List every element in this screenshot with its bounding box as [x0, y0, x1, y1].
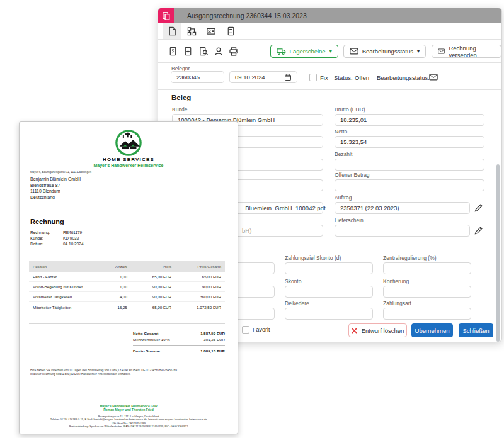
- zahlungsziel-skonto-label: Zahlungsziel Skonto (d): [285, 255, 341, 261]
- rechnung-versenden-label: Rechnung versenden: [449, 45, 495, 59]
- meta-rechnung-value: RE461179: [63, 230, 82, 235]
- tab-bar: [158, 23, 501, 40]
- netto-gesamt-label: Netto Gesamt: [133, 330, 158, 337]
- delkedere-input[interactable]: [285, 308, 373, 320]
- invoice-preview-document[interactable]: HOME SERVICES Mayer's Handwerker Heimser…: [19, 121, 238, 434]
- document-currency-button[interactable]: [166, 45, 181, 59]
- edit-lieferschein-pencil-icon[interactable]: [474, 225, 484, 235]
- auftrag-value: 2350371 (22.03.2023): [340, 205, 399, 211]
- zahlungsziel-skonto-input[interactable]: [285, 262, 373, 274]
- brutto-value: 18.235,01: [340, 116, 367, 123]
- status-value: Offen: [355, 74, 369, 81]
- bearbeitungsstatus-button[interactable]: Bearbeitungsstatus ▾: [343, 45, 426, 58]
- bezahlt-input[interactable]: [335, 159, 484, 171]
- table-row: Vorarbeiter Tätigkeiten 4,00 90,00 EUR 3…: [29, 292, 225, 302]
- close-label: Schließen: [462, 327, 489, 334]
- chevron-down-icon: ▾: [329, 49, 332, 54]
- delete-draft-label: Entwurf löschen: [362, 327, 404, 334]
- belegnr-value: 2360345: [176, 74, 200, 81]
- bezahlt-label: Bezahlt: [335, 151, 352, 157]
- person-icon: [214, 47, 224, 57]
- col-preis: Preis: [127, 264, 171, 269]
- table-bottom-rule: [29, 323, 225, 324]
- tab-invoice-doc[interactable]: [222, 23, 239, 39]
- page: Ausgangsrechnung 2360344 15.03.2023: [0, 0, 504, 438]
- contact-card-icon: [206, 26, 216, 36]
- date-input[interactable]: 09.10.2024: [229, 71, 297, 83]
- favorit-checkbox[interactable]: [242, 326, 249, 334]
- chevron-down-icon: ▾: [417, 49, 420, 54]
- invoice-meta: Rechnung:RE461179 Kunde:KD 9032 Datum:04…: [30, 230, 84, 247]
- belegnr-input[interactable]: 2360345: [171, 71, 224, 83]
- netto-gesamt-value: 1.587,50 EUR: [200, 330, 225, 337]
- close-button[interactable]: Schließen: [459, 323, 493, 337]
- apply-button[interactable]: Übernehmen: [411, 323, 453, 337]
- pdf-file-value: _Bluemlein_GmbH_100042.pdf: [242, 205, 326, 211]
- col-anzahl: Anzahl: [93, 264, 127, 269]
- lieferschein-input[interactable]: [335, 225, 470, 237]
- document-add-icon: [183, 47, 193, 56]
- totals-block: Netto Gesamt1.587,50 EUR Mehrwertsteuer …: [133, 330, 225, 354]
- lagerscheine-button[interactable]: Lagerscheine ▾: [270, 45, 338, 58]
- brand-title: HOME SERVICES: [20, 157, 238, 162]
- document-add-button[interactable]: [181, 45, 196, 59]
- recipient-line: Benjamin Blümlein GmbH: [30, 176, 81, 182]
- offener-betrag-label: Offener Betrag: [335, 172, 370, 178]
- kontierung-label: Kontierung: [383, 278, 409, 284]
- kontierung-input[interactable]: [383, 286, 471, 298]
- table-row: Fahrt - Fahrer 1,00 65,00 EUR 65,00 EUR: [29, 272, 225, 282]
- vertical-scrollbar[interactable]: [496, 164, 500, 342]
- lieferschein-label: Lieferschein: [335, 217, 364, 223]
- netto-value: 15.323,54: [340, 138, 367, 145]
- meta-kunde-value: KD 9032: [63, 236, 79, 240]
- document-icon: [168, 26, 177, 36]
- fix-checkbox[interactable]: [309, 74, 317, 81]
- dialog-titlebar[interactable]: Ausgangsrechnung 2360344 15.03.2023: [158, 8, 501, 23]
- brutto-label: Brutto (EUR): [335, 106, 365, 113]
- sender-line: Mayer's, Baumgartengasse 11, 1111 Lachli…: [30, 171, 91, 174]
- bearbeitungsstatus-status-label: Bearbeitungsstatus:: [377, 74, 430, 81]
- skonto-input[interactable]: [285, 286, 373, 298]
- tab-document[interactable]: [163, 23, 181, 39]
- mail-icon: [438, 48, 445, 55]
- document-search-icon: [198, 47, 209, 56]
- print-button[interactable]: [226, 45, 241, 59]
- printer-icon: [229, 47, 239, 57]
- mail-status-icon[interactable]: [429, 74, 438, 81]
- bearbeitungsstatus-button-label: Bearbeitungsstatus: [362, 48, 413, 55]
- brutto-input[interactable]: 18.235,01: [335, 114, 484, 126]
- col-position: Position: [29, 264, 93, 269]
- offener-betrag-input[interactable]: [335, 179, 484, 191]
- beleg-section-title: Beleg: [171, 94, 191, 101]
- document-preview-button[interactable]: [196, 45, 211, 59]
- zentralregulierung-input[interactable]: [383, 262, 471, 274]
- rechnung-versenden-button[interactable]: Rechnung versenden: [432, 45, 501, 58]
- kunde-label: Kunde: [172, 106, 188, 113]
- netto-label: Netto: [335, 128, 347, 135]
- auftrag-input[interactable]: 2350371 (22.03.2023): [335, 202, 470, 214]
- calendar-icon[interactable]: [284, 74, 292, 81]
- positions-table: Position Anzahl Preis Preis Gesamt Fahrt…: [29, 261, 225, 312]
- netto-input[interactable]: 15.323,54: [335, 136, 484, 148]
- col-preis-gesamt: Preis Gesamt: [171, 264, 225, 269]
- payment-note: Bitte zahlen Sie innerhalb von 10 Tagen …: [30, 369, 219, 376]
- delkedere-label: Delkedere: [285, 300, 309, 306]
- zentralregulierung-label: Zentralregulierung (%): [383, 255, 437, 261]
- tab-contact[interactable]: [202, 23, 220, 39]
- dialog-title: Ausgangsrechnung 2360344 15.03.2023: [187, 12, 307, 20]
- brand-subtitle: Mayer's Handwerker Heimservice: [20, 163, 238, 167]
- footer-owners: Roman Mayer und Thorsten Fried: [20, 408, 238, 412]
- invoice-title: Rechnung: [30, 218, 64, 225]
- document-lines-icon: [226, 26, 236, 36]
- zahlungsart-input[interactable]: [383, 308, 471, 320]
- recipient-line: Blendstraße 87: [30, 182, 81, 189]
- edit-auftrag-pencil-icon[interactable]: [474, 203, 484, 213]
- meta-datum-label: Datum:: [30, 241, 63, 247]
- document-footer: Mayer's Handwerker Heimservice GbR Roman…: [20, 404, 238, 428]
- lagerscheine-label: Lagerscheine: [290, 48, 326, 55]
- left-placeholder-value: bH): [242, 227, 251, 234]
- customer-button[interactable]: [211, 45, 226, 59]
- delete-draft-button[interactable]: Entwurf löschen: [348, 323, 407, 337]
- tab-structure[interactable]: [183, 23, 200, 39]
- brutto-summe-label: Brutto Summe: [133, 348, 160, 354]
